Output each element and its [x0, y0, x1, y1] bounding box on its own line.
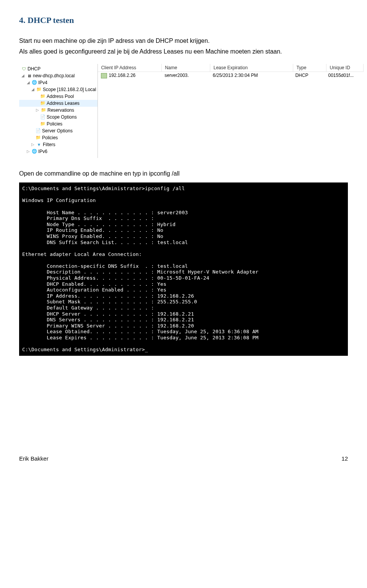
expand-icon: ◢ [21, 73, 25, 78]
options-icon: 📄 [40, 114, 46, 120]
tree-reservations: ▷ 📁 Reservations [19, 107, 97, 114]
cell-lease: 6/25/2013 2:30:04 PM [209, 72, 292, 79]
terminal-output: C:\Documents and Settings\Administrator>… [19, 182, 348, 356]
tree-server-policies: 📁 Policies [19, 134, 97, 141]
tree-root: 🛡 DHCP [19, 65, 97, 72]
tree-address-leases: 📁 Address Leases [19, 100, 97, 107]
options-icon: 📄 [35, 128, 41, 134]
expand-icon: ◢ [31, 87, 35, 91]
tree-label: DHCP [28, 66, 41, 72]
expand-icon: ▷ [35, 108, 40, 112]
col-lease: Lease Expiration [210, 64, 293, 72]
footer-author: Erik Bakker [19, 455, 49, 462]
col-name: Name [162, 64, 210, 72]
folder-icon: 📁 [35, 135, 41, 141]
folder-icon: 📁 [36, 86, 42, 93]
paragraph-cmd: Open de commandline op de machine en typ… [19, 169, 348, 178]
paragraph-intro-1: Start nu een machine op die zijn IP adre… [19, 37, 348, 45]
tree-server-options: 📄 Server Options [19, 127, 97, 134]
tree-label: Filters [43, 142, 55, 147]
folder-icon: 📁 [41, 107, 47, 113]
expand-icon: ◢ [26, 80, 31, 85]
folder-icon: 📁 [40, 100, 46, 106]
tree-label: Policies [42, 135, 58, 140]
cell-ip: 192.168.2.26 [98, 72, 161, 79]
tree-label: Server Options [42, 128, 73, 134]
nic-icon [101, 73, 107, 78]
paragraph-intro-2: Als alles goed is geconfigureerd zal je … [19, 47, 348, 56]
tree-ipv4: ◢ 🌐 IPv4 [19, 79, 97, 86]
cell-name: server2003. [161, 72, 209, 79]
list-header: Client IP Address Name Lease Expiration … [98, 64, 364, 72]
cell-type: DHCP [292, 72, 325, 79]
expand-icon: ▷ [26, 149, 31, 153]
server-icon: 🖥 [26, 73, 32, 79]
tree-label: IPv4 [38, 80, 47, 85]
tree-filters: ▷ ▼ Filters [19, 141, 97, 148]
tree-label: IPv6 [38, 149, 47, 154]
tree-scope-policies: 📁 Policies [19, 121, 97, 127]
tree-label: Address Leases [47, 101, 80, 106]
folder-icon: 📁 [40, 121, 46, 127]
lease-row: 192.168.2.26 server2003. 6/25/2013 2:30:… [98, 72, 364, 79]
shield-icon: 🛡 [21, 66, 27, 72]
tree-label: Scope [192.168.2.0] Local [43, 87, 96, 92]
tree-label: new-dhcp.dhcp.local [33, 73, 75, 78]
filter-icon: ▼ [36, 142, 42, 148]
globe-icon: 🌐 [31, 148, 37, 155]
tree-label: Reservations [47, 108, 74, 113]
tree-label: Policies [47, 121, 62, 127]
tree-server: ◢ 🖥 new-dhcp.dhcp.local [19, 72, 97, 79]
globe-icon: 🌐 [31, 80, 37, 86]
section-heading: 4. DHCP testen [19, 15, 348, 25]
tree-scope-options: 📄 Scope Options [19, 114, 97, 121]
list-pane: Client IP Address Name Lease Expiration … [98, 64, 364, 158]
tree-address-pool: 📁 Address Pool [19, 93, 97, 100]
cell-uid: 00155d01f... [325, 72, 362, 79]
expand-icon: ▷ [31, 142, 35, 147]
tree-label: Address Pool [47, 94, 74, 99]
col-type: Type [293, 64, 326, 72]
page-footer: Erik Bakker 12 [19, 455, 348, 462]
tree-pane: 🛡 DHCP ◢ 🖥 new-dhcp.dhcp.local ◢ 🌐 IPv4 … [19, 64, 98, 158]
tree-ipv6: ▷ 🌐 IPv6 [19, 148, 97, 155]
col-unique-id: Unique ID [326, 64, 364, 72]
folder-icon: 📁 [40, 93, 46, 99]
tree-label: Scope Options [47, 114, 77, 120]
dhcp-mmc-screenshot: 🛡 DHCP ◢ 🖥 new-dhcp.dhcp.local ◢ 🌐 IPv4 … [19, 64, 348, 158]
tree-scope: ◢ 📁 Scope [192.168.2.0] Local [19, 86, 97, 93]
footer-page-number: 12 [341, 455, 348, 462]
col-client-ip: Client IP Address [98, 64, 162, 72]
